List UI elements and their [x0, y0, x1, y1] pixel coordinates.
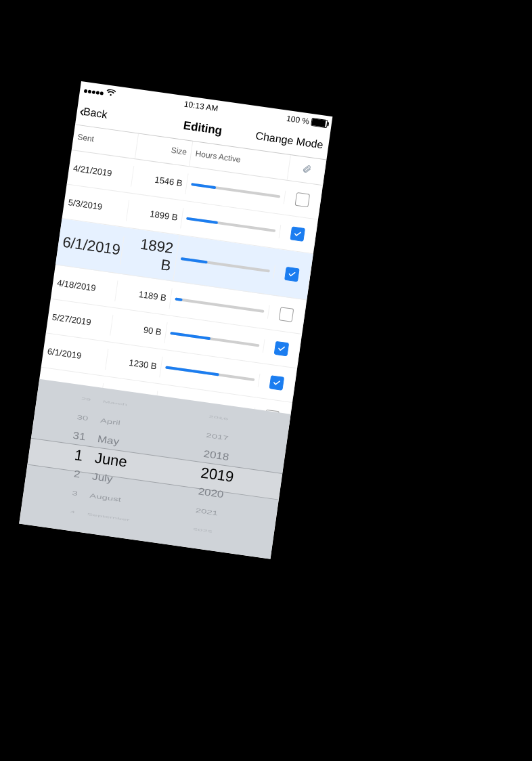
cell-hours[interactable] [186, 177, 286, 204]
picker-day-selected: 1 [73, 445, 84, 465]
col-header-attachment[interactable] [288, 155, 327, 185]
checkbox[interactable] [274, 341, 290, 357]
picker-month-wheel[interactable]: March April May June July August Septemb… [82, 388, 206, 547]
signal-dots-icon [83, 85, 105, 97]
hours-slider[interactable] [170, 332, 259, 347]
cell-sent[interactable]: 6/1/2019 [57, 227, 125, 265]
hours-slider[interactable] [165, 366, 254, 380]
picker-year-selected: 2019 [200, 463, 235, 487]
cell-checkbox[interactable] [263, 334, 301, 364]
hours-slider[interactable] [186, 217, 275, 232]
hours-slider[interactable] [175, 297, 264, 312]
cell-checkbox[interactable] [284, 186, 322, 215]
battery-icon [311, 118, 328, 128]
picker-month-selected: June [93, 448, 128, 471]
cell-sent[interactable]: 4/21/2019 [68, 156, 134, 186]
cell-hours[interactable] [170, 292, 269, 319]
cell-hours[interactable] [181, 211, 281, 238]
checkbox[interactable] [290, 226, 305, 242]
paperclip-icon [301, 164, 312, 177]
checkbox[interactable] [279, 307, 294, 322]
cell-sent[interactable]: 5/27/2019 [47, 305, 113, 335]
cell-hours[interactable] [160, 360, 260, 387]
page-title: Editing [183, 119, 223, 138]
cell-size: 1899 B [127, 200, 184, 228]
back-button[interactable]: ‹ Back [78, 97, 109, 128]
cell-checkbox[interactable] [273, 260, 311, 289]
cell-size: 1230 B [106, 349, 163, 377]
checkbox[interactable] [269, 375, 285, 391]
cell-size: 90 B [110, 314, 168, 343]
cell-checkbox[interactable] [258, 368, 296, 397]
cell-sent[interactable]: 5/3/2019 [63, 191, 129, 221]
battery-percent: 100 % [286, 114, 310, 127]
hours-slider[interactable] [181, 257, 270, 272]
back-label: Back [83, 106, 108, 121]
checkbox[interactable] [284, 267, 300, 282]
cell-checkbox[interactable] [267, 300, 306, 329]
cell-size: 1189 B [115, 280, 173, 309]
status-time: 10:13 AM [183, 100, 219, 114]
cell-size: 1892 B [119, 227, 180, 281]
cell-sent[interactable]: 4/18/2019 [51, 271, 118, 301]
cell-sent[interactable]: 6/1/2019 [42, 340, 108, 370]
cell-checkbox[interactable] [278, 219, 317, 248]
hours-slider[interactable] [191, 183, 280, 198]
cell-hours[interactable] [165, 326, 265, 353]
cell-hours[interactable] [176, 251, 275, 278]
checkbox[interactable] [295, 192, 311, 208]
phone-screen: 10:13 AM 100 % ‹ Back Editing Change Mod… [19, 81, 332, 559]
cell-size: 1546 B [131, 166, 189, 194]
wifi-icon [106, 88, 116, 99]
